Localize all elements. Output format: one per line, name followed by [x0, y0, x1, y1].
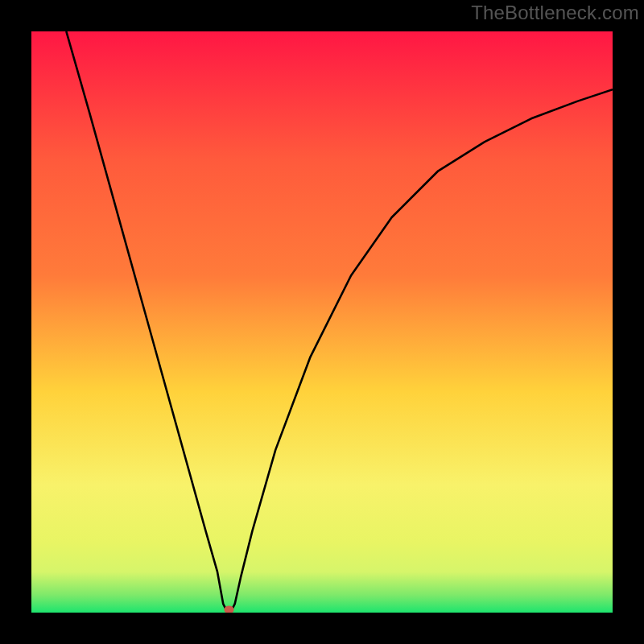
chart-container: TheBottleneck.com: [0, 0, 644, 644]
bottleneck-chart: [0, 0, 644, 644]
minimum-marker: [224, 605, 233, 613]
chart-plot-area: [31, 31, 613, 613]
watermark-label: TheBottleneck.com: [471, 2, 639, 24]
